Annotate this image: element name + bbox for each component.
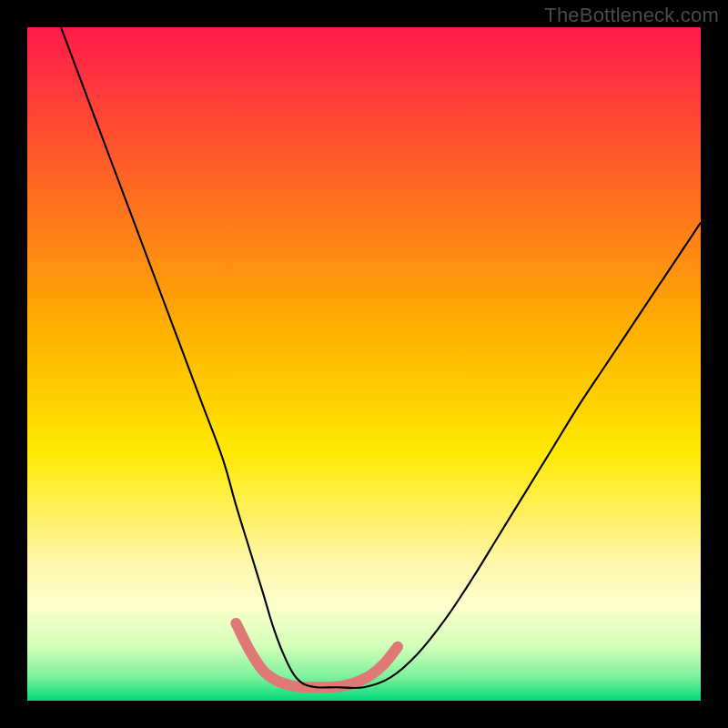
gradient-background — [27, 27, 701, 701]
chart-container: TheBottleneck.com — [0, 0, 728, 728]
plot-area — [27, 27, 701, 701]
chart-svg — [27, 27, 701, 701]
watermark-text: TheBottleneck.com — [544, 4, 719, 27]
